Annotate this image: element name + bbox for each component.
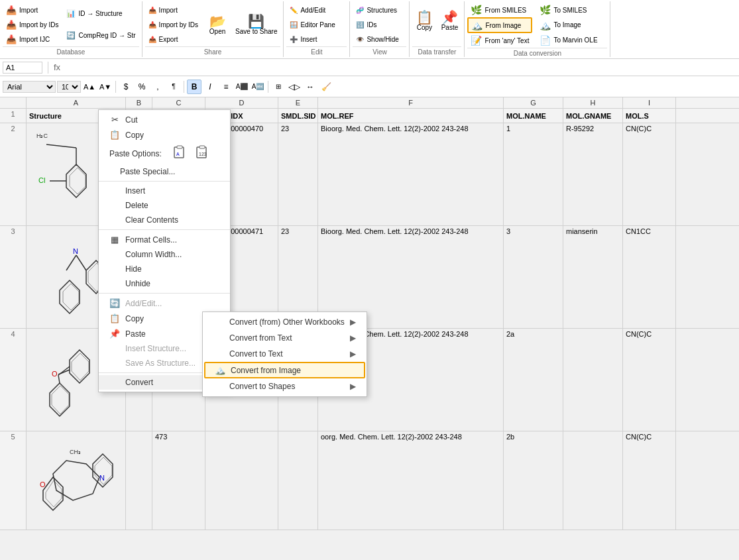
import-button[interactable]: 📥 Import: [3, 3, 62, 17]
cell-5-b[interactable]: [126, 431, 152, 530]
col-header-A[interactable]: A: [27, 97, 126, 108]
svg-text:N: N: [99, 474, 105, 482]
bold-btn[interactable]: B: [187, 80, 201, 94]
formula-input[interactable]: [63, 62, 736, 73]
col-header-E[interactable]: E: [278, 97, 318, 108]
col-header-G[interactable]: G: [504, 97, 563, 108]
svg-text:A: A: [176, 152, 180, 156]
col-header-F[interactable]: F: [318, 97, 504, 108]
italic-btn[interactable]: I: [203, 80, 217, 94]
cell-5-e[interactable]: [278, 431, 318, 530]
menu-hide[interactable]: Hide: [99, 262, 230, 276]
row-num-header: [0, 97, 27, 108]
import2-button[interactable]: 📥 Import: [145, 5, 201, 16]
menu-paste-special[interactable]: Paste Special...: [99, 164, 230, 179]
cell-reference-input[interactable]: [3, 62, 42, 74]
show-hide-button[interactable]: 👁️ Show/Hide: [353, 34, 402, 45]
ids-button[interactable]: 🔢 IDs: [353, 19, 402, 30]
decrease-font-btn[interactable]: A▼: [98, 80, 113, 94]
menu-copy[interactable]: 📋 Copy: [99, 127, 230, 142]
indent-btn[interactable]: ↔: [303, 80, 317, 94]
cell-2-h[interactable]: R-95292: [563, 123, 623, 225]
menu-delete[interactable]: Delete: [99, 198, 230, 213]
copy-menu-icon: 📋: [109, 130, 120, 140]
structures-button[interactable]: 🧬 Structures: [353, 5, 402, 16]
cell-1-g[interactable]: MOL.NAME: [504, 109, 563, 123]
cell-5-f[interactable]: oorg. Med. Chem. Lett. 12(2)-2002 243-24…: [318, 431, 504, 530]
borders-btn[interactable]: ⊞: [271, 80, 286, 94]
align-btn[interactable]: ≡: [219, 80, 233, 94]
cell-2-e[interactable]: 23: [278, 123, 318, 225]
import-by-ids2-button[interactable]: 📥 Import by IDs: [145, 19, 201, 30]
import-ijc-button[interactable]: 📥 Import IJC: [3, 32, 62, 46]
from-image-icon: 🏔️: [471, 20, 483, 30]
to-marvin-ole-button[interactable]: 📄 To Marvin OLE: [536, 33, 600, 48]
paste-values-btn[interactable]: 123: [195, 145, 209, 162]
paste-keep-formatting-btn[interactable]: A: [172, 145, 187, 162]
cell-5-c[interactable]: 473: [152, 431, 205, 530]
col-header-H[interactable]: H: [563, 97, 623, 108]
editor-pane-button[interactable]: 🪟 Editor Pane: [286, 19, 338, 30]
to-image-button[interactable]: 🏔️ To Image: [536, 18, 600, 32]
to-smiles-button[interactable]: 🌿 To SMILES: [536, 3, 600, 17]
highlight-color-btn[interactable]: A⬛: [235, 80, 249, 94]
col-header-B[interactable]: B: [126, 97, 152, 108]
outdent-btn[interactable]: ◁▷: [287, 80, 302, 94]
insert-button[interactable]: ➕ Insert: [286, 34, 338, 45]
cell-3-g[interactable]: 3: [504, 226, 563, 328]
cell-3-h[interactable]: mianserin: [563, 226, 623, 328]
import-by-ids-button[interactable]: 📥 Import by IDs: [3, 18, 62, 32]
font-color-btn[interactable]: A🔤: [251, 80, 265, 94]
to-smiles-icon: 🌿: [540, 5, 551, 15]
submenu-convert-from-text[interactable]: Convert from Text ▶: [203, 330, 367, 346]
submenu-convert-other[interactable]: Convert (from) Other Workbooks ▶: [203, 314, 367, 330]
cell-1-h[interactable]: MOL.GNAME: [563, 109, 623, 123]
export-button[interactable]: 📤 Export: [145, 34, 201, 45]
font-family-select[interactable]: Arial: [3, 81, 56, 93]
submenu-convert-from-image[interactable]: 🏔️ Convert from Image: [204, 362, 365, 378]
cell-4-i[interactable]: CN(C)C: [623, 329, 676, 431]
cell-2-g[interactable]: 1: [504, 123, 563, 225]
menu-cut[interactable]: ✂ Cut: [99, 112, 230, 127]
cell-5-structure[interactable]: CH₃ O N: [27, 431, 126, 530]
col-header-I[interactable]: I: [623, 97, 676, 108]
cell-3-i[interactable]: CN1CC: [623, 226, 676, 328]
submenu-convert-to-text[interactable]: Convert to Text ▶: [203, 346, 367, 362]
cell-1-i[interactable]: MOL.S: [623, 109, 676, 123]
format-btn[interactable]: ¶: [166, 80, 181, 94]
col-header-D[interactable]: D: [205, 97, 278, 108]
cell-2-i[interactable]: CN(C)C: [623, 123, 676, 225]
from-smiles-button[interactable]: 🌿 From SMILES: [467, 3, 532, 17]
menu-unhide[interactable]: Unhide: [99, 276, 230, 291]
cell-5-g[interactable]: 2b: [504, 431, 563, 530]
increase-font-btn[interactable]: A▲: [82, 80, 97, 94]
copy-transfer-button[interactable]: 📋 Copy: [412, 3, 436, 39]
comma-btn[interactable]: ,: [150, 80, 165, 94]
menu-column-width[interactable]: Column Width...: [99, 247, 230, 262]
cell-1-f[interactable]: MOL.REF: [318, 109, 504, 123]
cell-2-f[interactable]: Bioorg. Med. Chem. Lett. 12(2)-2002 243-…: [318, 123, 504, 225]
font-size-select[interactable]: 10: [57, 81, 81, 93]
from-image-button[interactable]: 🏔️ From Image: [467, 17, 532, 33]
menu-clear-contents[interactable]: Clear Contents: [99, 213, 230, 227]
cell-5-d[interactable]: [205, 431, 278, 530]
save-to-share-button[interactable]: 💾 Save to Share: [232, 5, 280, 44]
open-button[interactable]: 📂 Open: [205, 5, 229, 44]
menu-insert[interactable]: Insert: [99, 184, 230, 198]
cell-4-g[interactable]: 2a: [504, 329, 563, 431]
menu-format-cells[interactable]: ▦ Format Cells...: [99, 232, 230, 247]
clear-btn[interactable]: 🧹: [319, 80, 333, 94]
compreg-button[interactable]: 🔄 CompReg ID → Str: [63, 29, 139, 42]
col-header-C[interactable]: C: [152, 97, 205, 108]
add-edit-button[interactable]: ✏️ Add/Edit: [286, 5, 338, 16]
paste-transfer-button[interactable]: 📌 Paste: [437, 3, 461, 39]
submenu-convert-to-shapes[interactable]: Convert to Shapes ▶: [203, 378, 367, 394]
currency-btn[interactable]: $: [119, 80, 133, 94]
from-any-text-button[interactable]: 📝 From 'any' Text: [467, 33, 532, 48]
cell-5-h[interactable]: [563, 431, 623, 530]
cell-5-i[interactable]: CN(C)C: [623, 431, 676, 530]
cell-4-h[interactable]: [563, 329, 623, 431]
cell-1-e[interactable]: SMDL.SID: [278, 109, 318, 123]
percent-btn[interactable]: %: [135, 80, 149, 94]
id-to-structure-button[interactable]: 📊 ID → Structure: [63, 7, 139, 20]
